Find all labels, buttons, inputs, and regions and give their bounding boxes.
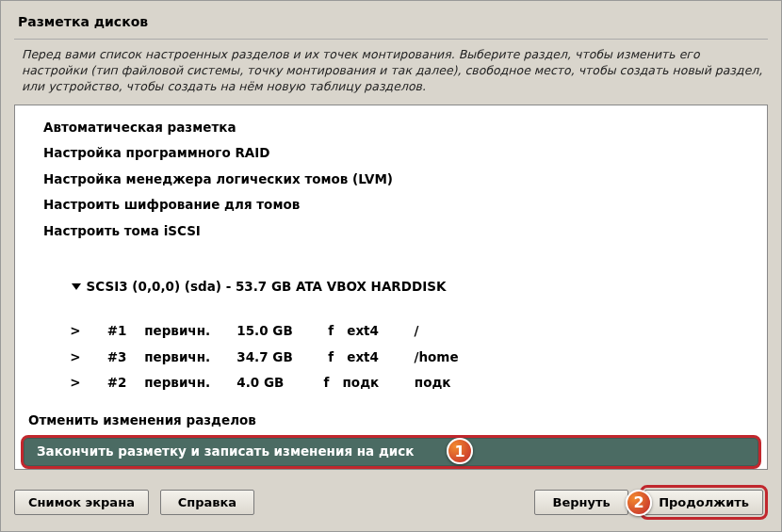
- help-button[interactable]: Справка: [160, 490, 254, 515]
- annotation-badge-2: 2: [626, 490, 652, 516]
- partition-row[interactable]: > #1 первичн. 15.0 GB f ext4 /: [15, 318, 767, 345]
- expand-icon: [72, 283, 81, 290]
- partition-row[interactable]: > #3 первичн. 34.7 GB f ext4 /home: [15, 345, 767, 371]
- screenshot-button[interactable]: Снимок экрана: [14, 490, 149, 515]
- panel-wrap: Автоматическая разметка Настройка програ…: [14, 105, 768, 471]
- finish-highlight-wrap: Закончить разметку и записать изменения …: [21, 435, 761, 469]
- menu-raid[interactable]: Настройка программного RAID: [15, 140, 767, 167]
- finish-partitioning[interactable]: Закончить разметку и записать изменения …: [21, 435, 761, 469]
- disk-header[interactable]: SCSI3 (0,0,0) (sda) - 53.7 GB ATA VBOX H…: [15, 255, 767, 318]
- page-title: Разметка дисков: [1, 1, 781, 39]
- menu-encrypt[interactable]: Настроить шифрование для томов: [15, 192, 767, 218]
- partition-window: Разметка дисков Перед вами список настро…: [0, 0, 782, 532]
- continue-button[interactable]: Продолжить: [644, 490, 763, 515]
- partition-row[interactable]: > #2 первичн. 4.0 GB f подк подк: [15, 370, 767, 396]
- undo-changes[interactable]: Отменить изменения разделов: [15, 408, 767, 434]
- menu-auto-partition[interactable]: Автоматическая разметка: [15, 115, 767, 141]
- menu-iscsi[interactable]: Настроить тома iSCSI: [15, 218, 767, 245]
- description-text: Перед вами список настроенных разделов и…: [1, 47, 781, 101]
- disk-header-text: SCSI3 (0,0,0) (sda) - 53.7 GB ATA VBOX H…: [87, 279, 447, 294]
- back-button[interactable]: Вернуть: [534, 490, 628, 515]
- continue-highlight-wrap: 2 Продолжить: [640, 485, 768, 520]
- menu-lvm[interactable]: Настройка менеджера логических томов (LV…: [15, 167, 767, 193]
- partition-panel: Автоматическая разметка Настройка програ…: [14, 105, 768, 471]
- divider: [14, 39, 768, 40]
- button-bar: Снимок экрана Справка Вернуть 2 Продолжи…: [1, 479, 781, 532]
